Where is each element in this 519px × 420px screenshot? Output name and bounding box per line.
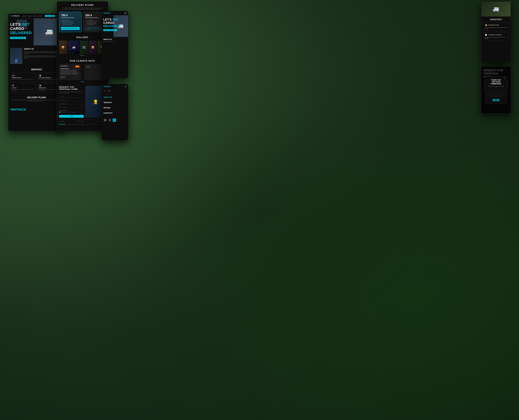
footer-logo-p1: VINI xyxy=(10,108,16,111)
desktop-about: ABOUT US Welcome to ViniTruck, where exp… xyxy=(8,45,65,67)
gallery-dot-1[interactable] xyxy=(81,55,82,56)
hamburger-menu[interactable] xyxy=(124,13,127,14)
mobile-menu-logo-p2: TRUCK xyxy=(106,86,111,87)
customs-service-desc: Our partner brokers offer the best servi… xyxy=(485,37,507,39)
hero-cargo: CARGO xyxy=(10,26,24,31)
gallery-dots xyxy=(59,55,106,56)
contact-phone: +380 63 378 46 00 xyxy=(77,121,83,122)
footer-link-about[interactable]: About us xyxy=(68,124,72,125)
testimonial-2-stars: ★★★★★ xyxy=(86,66,90,68)
clients-dot-1[interactable] xyxy=(81,81,82,82)
mobile-about-text: Welcome to ViniTruck, where expert... xyxy=(103,41,127,42)
gallery-dot-3[interactable] xyxy=(83,55,84,56)
gallery-item-featured: 🚛 UKRAINE, UKRAINE xyxy=(68,41,79,54)
ltl-feature-2: Extra custom clearance time xyxy=(85,21,104,22)
menu-item-services[interactable]: SERVICES xyxy=(102,100,128,105)
nav-rfp-btn[interactable]: Request for proposal xyxy=(45,15,55,17)
ftl-name: FULL TRUCK LOAD (FTL) xyxy=(61,17,80,18)
clients-dot-3[interactable] xyxy=(83,81,84,82)
rfp-ltl-option[interactable]: Less Truck Load xyxy=(68,112,76,113)
instagram-icon[interactable] xyxy=(104,119,107,122)
ftl-cta-btn[interactable]: REQUEST FOR PROPOSAL xyxy=(61,27,80,30)
logistic-title: LOGISTIC xyxy=(12,87,34,89)
rfp-ltl-checkbox[interactable] xyxy=(68,112,69,113)
popup-title-line1: THANK YOU xyxy=(491,79,501,81)
rfp-contacts-input[interactable] xyxy=(59,99,84,101)
mobile-menu-screen: VINITRUCK ✕ UA | EN ABOUT US SERVICES PR… xyxy=(101,84,128,141)
rfp-ftl-option[interactable]: Full Truck Load xyxy=(59,112,67,113)
menu-item-pricing[interactable]: PRICING xyxy=(102,105,128,111)
footer-logo-p1: VINI xyxy=(59,124,61,125)
hero-title: LET'S GET CARGO DELIVERED xyxy=(10,22,32,35)
lang-divider: | xyxy=(107,90,107,92)
rfp-name-input[interactable] xyxy=(59,96,84,98)
warehouse-icon: 🏢 xyxy=(39,84,42,87)
nav-services[interactable]: Services xyxy=(28,15,32,16)
testimonial-1-header: ANASTASIIALIUK cargo xyxy=(60,66,79,68)
menu-item-about[interactable]: ABOUT US xyxy=(102,95,128,100)
mobile-menu-close-btn[interactable]: ✕ xyxy=(125,85,127,88)
nav-contacts[interactable]: Contacts xyxy=(38,15,42,16)
lang-ua-btn[interactable]: UA xyxy=(103,90,106,92)
gallery-dot-2[interactable] xyxy=(82,55,83,56)
gallery-img-2: 📷 xyxy=(80,41,88,54)
popup-form-fields xyxy=(488,91,504,97)
ftl-feature-4: Lesser chance of damage xyxy=(61,24,80,25)
hamburger-line-1 xyxy=(124,13,127,13)
desktop-services-title: SERVICES xyxy=(10,68,63,71)
gallery-caption: UKRAINE, UKRAINE xyxy=(68,51,79,54)
footer-link-pricing[interactable]: Pricing xyxy=(77,124,79,125)
facebook-icon[interactable] xyxy=(108,119,111,122)
clients-dots xyxy=(59,81,106,82)
footer-bottom-logo: VINITRUCK xyxy=(59,124,66,125)
hamburger-line-3 xyxy=(124,14,127,14)
footer-logo-p2: TRUCK xyxy=(16,108,26,111)
rfp-ftl-checkbox[interactable] xyxy=(59,112,60,113)
rfp-cargo-input[interactable] xyxy=(59,106,84,108)
nav-about[interactable]: About us xyxy=(23,15,27,16)
clients-dot-2[interactable] xyxy=(82,81,83,82)
mobile-cta-btn[interactable]: REQUEST FOR PROPOSAL xyxy=(103,29,117,31)
footer-link-contacts[interactable]: Contacts xyxy=(81,124,84,125)
testimonial-1-text: Thank you, ViniTruck, for your responsib… xyxy=(60,70,79,75)
ftl-features: Allocated transport Regular custom clear… xyxy=(61,20,80,25)
service-item-customs: 📋 CUSTOMS CLEARANCE Our partner brokers … xyxy=(483,32,509,41)
mobile-about: ABOUT US Welcome to ViniTruck, where exp… xyxy=(102,37,128,44)
footer-logo: VINITRUCK xyxy=(10,108,63,111)
rfp-screen: REQUEST FOR PROPOSAL FORM ✕ THANK YOU FO… xyxy=(481,66,511,113)
desktop-logo: VINITRUCK xyxy=(10,15,19,17)
mobile-hero-delivered: DELIVERED xyxy=(103,24,120,28)
popup-submit-btn[interactable]: SEND xyxy=(493,99,499,101)
ftl-feature-3: Fast delivery to your customers xyxy=(61,22,80,24)
service-card-transportation: 🚚 TRANSPORTATION Our experienced drivers… xyxy=(10,73,36,82)
testimonial-1-stars: ★★★★★ xyxy=(60,76,66,78)
thank-you-popup: ✕ THANK YOU FOR YOUR SUBMISSION! We'll b… xyxy=(485,76,507,104)
mobile-menu-items: ABOUT US SERVICES PRICING CONTACTS xyxy=(102,94,128,117)
rfp-delivery-options: Choose delivery plan: Full Truck Load Le… xyxy=(59,110,84,113)
rfp-form-title: REQUEST FOR PROPOSAL FORM xyxy=(59,86,84,90)
mobile-hero-lets: LET'S xyxy=(103,18,112,21)
service-card-logistic: 📦 LOGISTIC Our team will offer your cost… xyxy=(10,83,36,93)
testimonial-1-name: ANASTASIIALIUK xyxy=(60,66,68,67)
nav-pricing[interactable]: Pricing xyxy=(33,15,36,16)
ltl-cta-btn[interactable]: REQUEST FOR PROPOSAL xyxy=(85,27,104,30)
customs-header: 📋 CUSTOMS CLEARANCE xyxy=(485,34,507,36)
menu-item-contacts[interactable]: CONTACTS xyxy=(102,111,128,116)
rfp-form-section: REQUEST FOR PROPOSAL FORM PLEASE COMPLET… xyxy=(57,84,108,120)
email-icon[interactable] xyxy=(113,119,116,122)
footer-bottom-links: About us Services Pricing Contacts xyxy=(68,124,84,125)
lang-row: UA | EN xyxy=(102,89,128,94)
footer-link-services[interactable]: Services xyxy=(73,124,76,125)
rfp-submit-btn[interactable]: SEND xyxy=(59,115,84,118)
popup-close-btn[interactable]: ✕ xyxy=(504,77,505,79)
services-screen-title: SERVICES xyxy=(483,18,509,21)
plan-ftl: 750 € FULL TRUCK LOAD (FTL) Allocated tr… xyxy=(59,12,82,32)
mobile-hero: 🚐 LET'S GET CARGO DELIVERED REQUEST FOR … xyxy=(102,15,128,37)
clients-title: OUR CLIENTS SAYS xyxy=(59,60,106,62)
hero-cta-btn[interactable]: REQUEST FOR PROPOSAL xyxy=(10,37,26,39)
transportation-service-icon: 🚚 xyxy=(485,24,487,26)
testimonial-1-footer: 05.02.2024 | 17:46 ★★★★★ 5.0 rating xyxy=(60,76,79,79)
lang-en-btn[interactable]: EN xyxy=(108,90,111,92)
rfp-company-input[interactable] xyxy=(59,103,84,105)
desktop-hero: 🚐 LET'S GET CARGO DELIVERED REQUEST FOR … xyxy=(8,18,65,45)
